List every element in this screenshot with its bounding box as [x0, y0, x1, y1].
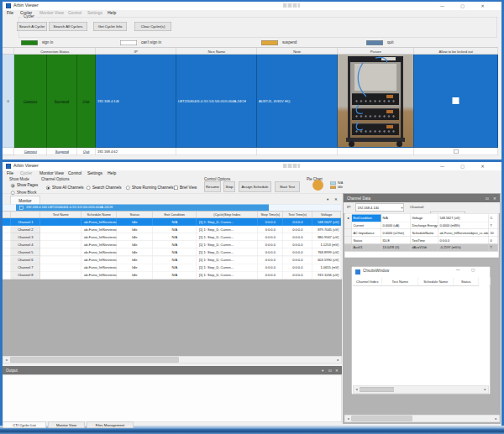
menu-monitor-view[interactable]: Monitor View [39, 171, 64, 176]
quit-link-cell[interactable]: Quit [77, 55, 96, 148]
monitor-cell: 919.1056 (uV) [312, 271, 341, 279]
connect-link-cell[interactable]: Connect [14, 148, 47, 155]
get-cycler-info-button[interactable]: Get Cycler Info [93, 22, 127, 31]
connect-link-cell[interactable]: Connect [14, 55, 47, 148]
connect-link[interactable]: Connect [14, 99, 46, 103]
status-tab-cti-cycler-list[interactable]: CTI Cycler List [3, 422, 46, 429]
channel-cell[interactable]: Channel 4 [11, 241, 40, 248]
channel-data-pin-icon[interactable]: ⊡ [486, 195, 489, 203]
menu-control[interactable]: Control [68, 11, 81, 16]
menu-file[interactable]: File [7, 171, 13, 176]
stop-button[interactable]: Stop [223, 182, 235, 192]
scroll-thumb[interactable] [352, 416, 412, 421]
channel-options-label: Channel Options [41, 177, 70, 181]
suspend-link[interactable]: Suspend [47, 149, 77, 154]
scroll-right-icon[interactable]: ▸ [335, 357, 342, 363]
quit-link[interactable]: Quit [77, 149, 96, 154]
panel-close-icon[interactable]: ✕ [334, 197, 338, 201]
ip-combobox[interactable]: 192.168.4.140▾ [355, 204, 404, 212]
monitor-cell: [1] 1: Step_D, Curren... [197, 226, 258, 233]
scroll-thumb[interactable] [11, 358, 179, 363]
monitor-cell: ab-Funsi_InfServtestob... [81, 226, 117, 233]
maximize-button[interactable]: ▢ [457, 2, 468, 10]
status-tab-monitor-view[interactable]: Monitor View [48, 422, 85, 429]
show-running-channels-radio[interactable] [126, 186, 130, 191]
channel-cell[interactable]: Channel 3 [11, 233, 40, 241]
menu-cycler[interactable]: Cycler [20, 171, 32, 176]
connect-link[interactable]: Connect [14, 149, 47, 154]
resume-button[interactable]: Resume [204, 182, 221, 192]
search-a-cycler-button[interactable]: Search A Cycler [17, 22, 47, 31]
monitor-cell: [1] 1: Step_D, Curren... [197, 264, 258, 271]
channel-cell[interactable]: Channel 5 [11, 248, 40, 256]
monitor-tab[interactable]: Monitor [10, 196, 40, 205]
output-pin-icon[interactable]: ⊡ [328, 367, 332, 375]
suspend-link-cell[interactable]: Suspend [47, 55, 77, 148]
assign-schedule-button[interactable]: Assign Schedule [239, 182, 271, 192]
clear-cycler-s--button[interactable]: Clear Cycler(s) [134, 22, 171, 31]
dock-hscrollbar[interactable]: ◂ ▸ [344, 415, 500, 422]
menu-help[interactable]: Help [108, 11, 116, 16]
scroll-right-icon[interactable]: ▸ [493, 416, 500, 422]
monitor-cell: 0:0:0.0 [283, 248, 312, 256]
nice-name-cell: LBT22040441-0-5V-1/0.5/0.01/0.004A-24CH [176, 55, 257, 148]
suspend-link-cell[interactable]: Suspend [47, 148, 77, 155]
search-all-cyclers-button[interactable]: Search All Cyclers [49, 22, 87, 31]
menu-settings[interactable]: Settings [87, 11, 102, 16]
collapse-icon[interactable] [19, 206, 24, 210]
brief-view-checkbox[interactable] [174, 186, 178, 191]
panel-menu-icon[interactable]: ▾ [327, 197, 328, 201]
monitor-column-header: Test Name [40, 212, 81, 219]
channel-cell[interactable]: Channel 2 [11, 226, 40, 233]
monitor-cell [40, 241, 81, 248]
menu-control[interactable]: Control [68, 171, 81, 176]
channel-data-close-icon[interactable]: ✕ [493, 195, 496, 203]
monitor-cell: [1] 1: Step_D, Curren... [197, 256, 258, 264]
close-button[interactable]: ✕ [477, 162, 488, 170]
status-tab-files-management[interactable]: Files Management [87, 422, 134, 429]
quit-link-cell[interactable]: Quit [77, 148, 96, 155]
show-pages-radio[interactable] [11, 184, 15, 188]
channels-status-hscrollbar[interactable]: ◂ ▸ [353, 386, 489, 394]
menu-help[interactable]: Help [108, 171, 116, 176]
menu-monitor-view[interactable]: Monitor View [39, 11, 64, 16]
channels-status-minimize[interactable]: — [456, 268, 460, 272]
minimize-button[interactable]: — [437, 162, 448, 170]
monitor-cell: 1.0655 (mV) [312, 264, 341, 271]
minimize-button[interactable]: — [437, 2, 448, 10]
monitor-cell: 0:0:0.0 [283, 241, 312, 248]
channel-data-cell: 0 [489, 237, 498, 244]
start-test-button[interactable]: Start Test [275, 182, 300, 192]
scroll-right-icon[interactable]: ▸ [482, 386, 489, 393]
quit-link[interactable]: Quit [77, 99, 95, 103]
channel-cell[interactable]: Channel 7 [11, 264, 40, 271]
menu-file[interactable]: File [7, 11, 13, 16]
top-menubar: FileCyclerMonitor ViewControlSettingsHel… [7, 11, 494, 17]
scroll-left-icon[interactable]: ◂ [354, 386, 360, 393]
channel-cell[interactable]: Channel 1 [11, 218, 40, 226]
scroll-left-icon[interactable]: ◂ [345, 416, 352, 422]
bottom-titlebar [3, 162, 501, 170]
channel-cell[interactable]: Channel 6 [11, 256, 40, 264]
show-all-channels-radio[interactable] [46, 186, 50, 191]
monitor-cell: Idle [117, 271, 153, 279]
channels-status-column-header: Channel Index [353, 278, 382, 286]
output-close-icon[interactable]: ✕ [335, 367, 339, 375]
scroll-left-icon[interactable]: ◂ [3, 357, 10, 363]
allow-kick-checkbox[interactable] [454, 149, 458, 154]
channel-cell[interactable]: Channel 8 [11, 271, 40, 279]
suspend-link[interactable]: Suspend [47, 99, 76, 103]
allow-kick-checkbox[interactable] [453, 97, 459, 104]
monitor-hscrollbar[interactable]: ◂ ▸ [3, 356, 342, 363]
close-button[interactable]: ✕ [477, 2, 488, 10]
maximize-button[interactable]: ▢ [457, 162, 468, 170]
menu-settings[interactable]: Settings [87, 171, 102, 176]
picture-cell [338, 55, 414, 148]
channels-status-maximize[interactable]: ▢ [471, 268, 475, 272]
cycler-groupbox [18, 17, 497, 38]
row-selector-cell [344, 237, 352, 244]
pie-legend-swatch [330, 186, 336, 190]
scroll-thumb[interactable] [360, 387, 394, 392]
output-menu-icon[interactable]: ▾ [322, 367, 323, 375]
search-channels-radio[interactable] [87, 186, 91, 191]
